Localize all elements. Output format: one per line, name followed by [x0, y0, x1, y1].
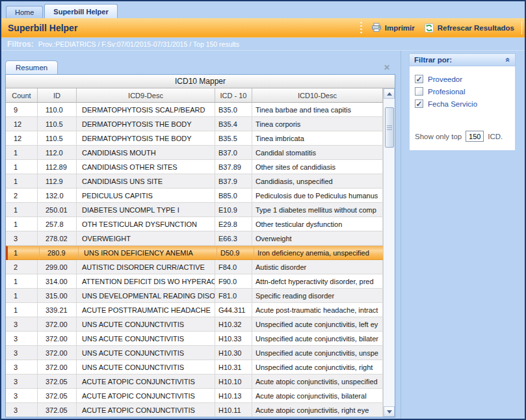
cell-icd9-desc: UNS ACUTE CONJUNCTIVITIS — [77, 346, 215, 360]
scrollbar-thumb[interactable] — [385, 107, 394, 148]
cell-icd10: H10.10 — [215, 374, 252, 389]
refresh-results-button[interactable]: Refrescar Resultados — [419, 21, 519, 34]
table-row[interactable]: 1314.00ATTENTION DEFICIT DIS WO HYPERACF… — [6, 274, 383, 289]
table-row[interactable]: 3372.05ACUTE ATOPIC CONJUNCTIVITISH10.10… — [6, 374, 383, 389]
grid-main: Count ID ICD9-Desc ICD - 10 ICD10-Desc 9… — [6, 88, 383, 417]
cell-icd9-desc: DERMATOPHYTOSIS THE BODY — [77, 117, 215, 131]
checkbox-checked-icon[interactable] — [415, 99, 423, 108]
table-row[interactable]: 12110.5DERMATOPHYTOSIS THE BODYB35.5Tine… — [6, 131, 383, 146]
table-row[interactable]: 2132.0PEDICULUS CAPITISB85.0Pediculosis … — [6, 189, 383, 203]
scroll-down-button[interactable] — [384, 406, 395, 417]
cell-icd9-desc: ACUTE ATOPIC CONJUNCTIVITIS — [77, 374, 215, 389]
column-header-icd9-desc[interactable]: ICD9-Desc — [77, 88, 215, 103]
cell-icd10-desc: Type 1 diabetes mellitus without comp — [252, 203, 383, 217]
cell-icd9-desc: ACUTE ATOPIC CONJUNCTIVITIS — [77, 389, 215, 403]
vertical-scrollbar[interactable] — [383, 88, 395, 417]
cell-icd10: F84.0 — [215, 260, 252, 274]
scroll-up-button[interactable] — [384, 88, 395, 99]
cell-id: 372.00 — [38, 332, 77, 346]
scrollbar-track[interactable] — [384, 99, 395, 406]
cell-id: 110.5 — [38, 117, 77, 131]
column-header-id[interactable]: ID — [38, 88, 77, 103]
tab-home[interactable]: Home — [6, 6, 43, 18]
table-row[interactable]: 3372.00UNS ACUTE CONJUNCTIVITISH10.32Uns… — [6, 317, 383, 332]
column-header-count[interactable]: Count — [6, 88, 38, 103]
cell-count: 1 — [6, 160, 38, 174]
table-row[interactable]: 1339.21ACUTE POSTTRAUMATIC HEADACHEG44.3… — [6, 303, 383, 317]
table-row[interactable]: 12110.5DERMATOPHYTOSIS THE BODYB35.4Tine… — [6, 117, 383, 131]
table-row[interactable]: 1315.00UNS DEVELOPMENTAL READING DISOF81… — [6, 289, 383, 303]
cell-count: 3 — [6, 374, 38, 389]
cell-icd9-desc: CANDIDIASIS OTHER SITES — [77, 160, 215, 174]
table-row[interactable]: 3372.00UNS ACUTE CONJUNCTIVITISH10.30Uns… — [6, 346, 383, 360]
cell-count: 3 — [6, 389, 38, 403]
cell-icd10: B85.0 — [215, 189, 252, 203]
table-row-selected[interactable]: 1280.9UNS IRON DEFICIENCY ANEMIAD50.9Iro… — [6, 246, 383, 260]
cell-count: 12 — [6, 117, 38, 131]
table-row[interactable]: 1250.01DIABETES UNCOMPL TYPE IE10.9Type … — [6, 203, 383, 217]
cell-icd9-desc: AUTISTIC DISORDER CURR/ACTIVE — [77, 260, 215, 274]
tab-superbill-helper[interactable]: Superbill Helper — [44, 4, 117, 18]
table-row[interactable]: 2299.00AUTISTIC DISORDER CURR/ACTIVEF84.… — [6, 260, 383, 274]
cell-icd9-desc: DERMATOPHYTOSIS SCALP/BEARD — [77, 103, 215, 117]
close-icon[interactable]: ✕ — [384, 64, 394, 74]
column-header-icd10[interactable]: ICD - 10 — [215, 88, 252, 103]
icd10-mapper-panel: ICD10 Mapper Count ID ICD9-Desc ICD - 10… — [5, 74, 395, 417]
cell-icd10: H10.32 — [215, 317, 252, 332]
cell-id: 372.05 — [38, 403, 77, 417]
table-row[interactable]: 1112.9CANDIDIASIS UNS SITEB37.9Candidias… — [6, 174, 383, 189]
cell-icd10: H10.11 — [215, 403, 252, 417]
filters-value: Prov.:PEDIATRICS / F.Sv:07/01/2015-07/31… — [38, 40, 239, 48]
table-row[interactable]: 1257.8OTH TESTICULAR DYSFUNCTIONE29.8Oth… — [6, 217, 383, 231]
cell-id: 372.05 — [38, 389, 77, 403]
cell-count: 3 — [6, 332, 38, 346]
cell-icd10: B37.89 — [215, 160, 252, 174]
cell-icd10: H10.30 — [215, 346, 252, 360]
column-header-icd10-desc[interactable]: ICD10-Desc — [252, 88, 383, 103]
cell-id: 257.8 — [38, 217, 77, 231]
cell-icd10: H10.31 — [215, 360, 252, 374]
checkbox-unchecked-icon[interactable] — [415, 87, 423, 96]
cell-icd10: D50.9 — [217, 246, 254, 260]
cell-icd10-desc: Acute atopic conjunctivitis, bilateral — [252, 389, 383, 403]
cell-icd10: B35.0 — [215, 103, 252, 117]
cell-icd10-desc: Candidiasis, unspecified — [252, 174, 383, 189]
tab-resumen[interactable]: Resumen — [5, 60, 58, 74]
table-row[interactable]: 3372.00UNS ACUTE CONJUNCTIVITISH10.31Uns… — [6, 360, 383, 374]
table-row[interactable]: 3278.02OVERWEIGHTE66.3Overweight — [6, 231, 383, 246]
filters-label: Filtros: — [7, 40, 34, 49]
filter-checkbox-fecha-servicio[interactable]: Fecha Servicio — [415, 98, 511, 110]
double-chevron-up-icon[interactable]: « — [504, 58, 513, 62]
cell-id: 339.21 — [38, 303, 77, 317]
cell-icd10-desc: Specific reading disorder — [252, 289, 383, 303]
results-pane: Resumen ✕ ICD10 Mapper Count ID ICD9-Des… — [1, 51, 395, 419]
filter-panel-header[interactable]: Filtrar por: « — [409, 53, 516, 66]
top-count-input[interactable] — [466, 131, 484, 142]
cell-count: 9 — [6, 103, 38, 117]
cell-icd10: B37.0 — [215, 146, 252, 160]
cell-id: 315.00 — [38, 289, 77, 303]
cell-icd9-desc: UNS ACUTE CONJUNCTIVITIS — [77, 317, 215, 332]
cell-icd10-desc: Acute atopic conjunctivitis, unspecified — [252, 374, 383, 389]
filter-panel: Filtrar por: « ProveedorProfesionalFecha… — [409, 53, 516, 151]
filter-checkbox-proveedor[interactable]: Proveedor — [415, 73, 511, 85]
tab-home-label: Home — [15, 8, 34, 16]
table-row[interactable]: 1112.89CANDIDIASIS OTHER SITESB37.89Othe… — [6, 160, 383, 174]
table-row[interactable]: 1112.0CANDIDIASIS MOUTHB37.0Candidal sto… — [6, 146, 383, 160]
table-row[interactable]: 9110.0DERMATOPHYTOSIS SCALP/BEARDB35.0Ti… — [6, 103, 383, 117]
cell-count: 1 — [8, 246, 40, 260]
grid-body: Count ID ICD9-Desc ICD - 10 ICD10-Desc 9… — [6, 88, 395, 417]
table-row[interactable]: 3372.05ACUTE ATOPIC CONJUNCTIVITISH10.11… — [6, 403, 383, 417]
grid-title: ICD10 Mapper — [6, 75, 395, 88]
show-top-prefix: Show only top — [415, 133, 462, 140]
cell-icd9-desc: CANDIDIASIS UNS SITE — [77, 174, 215, 189]
toolbar-grip[interactable] — [360, 22, 362, 34]
filter-panel-title: Filtrar por: — [414, 56, 452, 64]
table-row[interactable]: 3372.00UNS ACUTE CONJUNCTIVITISH10.33Uns… — [6, 332, 383, 346]
checkbox-checked-icon[interactable] — [415, 75, 423, 83]
filter-checkbox-profesional[interactable]: Profesional — [415, 85, 511, 98]
cell-icd9-desc: UNS DEVELOPMENTAL READING DISO — [77, 289, 215, 303]
table-row[interactable]: 3372.05ACUTE ATOPIC CONJUNCTIVITISH10.13… — [6, 389, 383, 403]
cell-id: 110.5 — [38, 131, 77, 146]
print-button[interactable]: Imprimir — [367, 21, 419, 34]
